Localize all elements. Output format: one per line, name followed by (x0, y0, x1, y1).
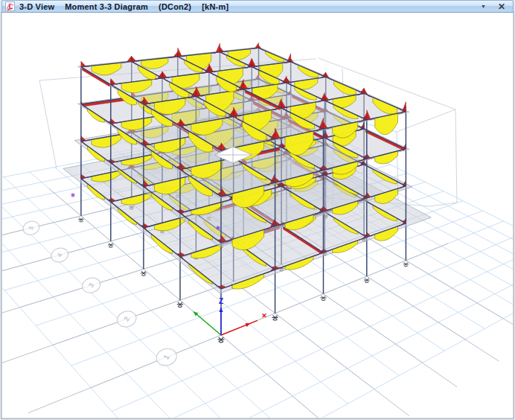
units-label: [kN-m] (202, 2, 228, 11)
load-case-label: (DCon2) (159, 2, 191, 11)
viewport-3d[interactable]: 12345✕Z (0, 0, 515, 420)
window-titlebar[interactable]: 3-D View Moment 3-3 Diagram (DCon2) [kN-… (1, 0, 514, 13)
view-type-label: 3-D View (19, 2, 54, 11)
z-axis-label: Z (219, 297, 223, 305)
structure-window-icon (5, 1, 15, 11)
window-menu-button[interactable]: ▼ (481, 4, 486, 9)
x-axis-marker: ✕ (261, 312, 267, 319)
window-close-button[interactable]: ✕ (498, 2, 505, 11)
diagram-type-label: Moment 3-3 Diagram (65, 2, 148, 11)
